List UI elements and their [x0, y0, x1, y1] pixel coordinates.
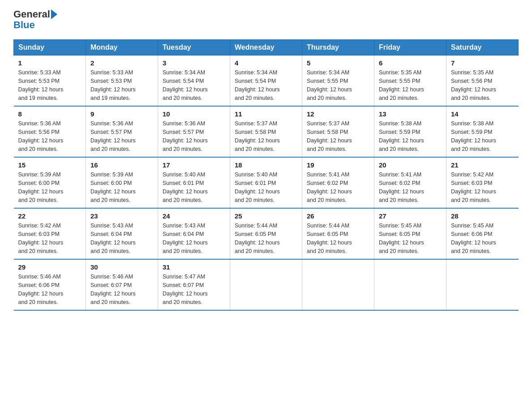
header-cell-tuesday: Tuesday	[158, 40, 230, 56]
calendar-row: 15Sunrise: 5:39 AMSunset: 6:00 PMDayligh…	[14, 157, 519, 208]
calendar-cell: 18Sunrise: 5:40 AMSunset: 6:01 PMDayligh…	[230, 157, 302, 208]
day-number: 22	[18, 212, 82, 220]
calendar-row: 8Sunrise: 5:36 AMSunset: 5:56 PMDaylight…	[14, 106, 519, 157]
day-info: Sunrise: 5:40 AMSunset: 6:01 PMDaylight:…	[163, 171, 225, 204]
day-number: 31	[163, 263, 225, 271]
calendar-row: 22Sunrise: 5:42 AMSunset: 6:03 PMDayligh…	[14, 208, 519, 259]
day-info: Sunrise: 5:38 AMSunset: 5:59 PMDaylight:…	[379, 120, 442, 153]
day-number: 28	[451, 212, 514, 220]
day-number: 18	[235, 161, 297, 169]
day-info: Sunrise: 5:45 AMSunset: 6:06 PMDaylight:…	[451, 222, 514, 255]
day-info: Sunrise: 5:42 AMSunset: 6:03 PMDaylight:…	[18, 222, 82, 255]
day-number: 30	[90, 263, 153, 271]
calendar-cell: 16Sunrise: 5:39 AMSunset: 6:00 PMDayligh…	[86, 157, 158, 208]
calendar-cell: 26Sunrise: 5:44 AMSunset: 6:05 PMDayligh…	[302, 208, 374, 259]
day-info: Sunrise: 5:33 AMSunset: 5:53 PMDaylight:…	[90, 68, 153, 102]
day-number: 8	[18, 110, 82, 118]
day-info: Sunrise: 5:36 AMSunset: 5:56 PMDaylight:…	[18, 120, 82, 153]
day-number: 12	[307, 110, 369, 118]
day-number: 14	[451, 110, 514, 118]
calendar-cell	[374, 259, 446, 310]
calendar-cell: 8Sunrise: 5:36 AMSunset: 5:56 PMDaylight…	[14, 106, 86, 157]
logo-blue-text: Blue	[13, 20, 35, 30]
day-number: 4	[235, 59, 297, 67]
header-cell-monday: Monday	[86, 40, 158, 56]
calendar-body: 1Sunrise: 5:33 AMSunset: 5:53 PMDaylight…	[14, 56, 519, 311]
calendar-cell: 23Sunrise: 5:43 AMSunset: 6:04 PMDayligh…	[86, 208, 158, 259]
day-number: 10	[163, 110, 225, 118]
day-number: 7	[451, 59, 514, 67]
calendar-cell: 24Sunrise: 5:43 AMSunset: 6:04 PMDayligh…	[158, 208, 230, 259]
day-info: Sunrise: 5:37 AMSunset: 5:58 PMDaylight:…	[235, 120, 297, 153]
calendar-table: SundayMondayTuesdayWednesdayThursdayFrid…	[13, 39, 519, 311]
logo-arrow-icon	[51, 9, 57, 19]
day-number: 3	[163, 59, 225, 67]
day-info: Sunrise: 5:33 AMSunset: 5:53 PMDaylight:…	[18, 68, 82, 102]
day-info: Sunrise: 5:35 AMSunset: 5:55 PMDaylight:…	[379, 68, 442, 102]
calendar-cell: 19Sunrise: 5:41 AMSunset: 6:02 PMDayligh…	[302, 157, 374, 208]
calendar-cell: 21Sunrise: 5:42 AMSunset: 6:03 PMDayligh…	[446, 157, 519, 208]
calendar-row: 29Sunrise: 5:46 AMSunset: 6:06 PMDayligh…	[14, 259, 519, 310]
header-cell-sunday: Sunday	[14, 40, 86, 56]
day-number: 2	[90, 59, 153, 67]
day-number: 26	[307, 212, 369, 220]
day-number: 17	[163, 161, 225, 169]
day-info: Sunrise: 5:42 AMSunset: 6:03 PMDaylight:…	[451, 171, 514, 204]
day-number: 21	[451, 161, 514, 169]
calendar-cell	[230, 259, 302, 310]
logo: General Blue	[13, 9, 57, 30]
calendar-cell: 31Sunrise: 5:47 AMSunset: 6:07 PMDayligh…	[158, 259, 230, 310]
day-info: Sunrise: 5:47 AMSunset: 6:07 PMDaylight:…	[163, 273, 225, 306]
logo-line1: General	[13, 9, 57, 20]
calendar-cell: 25Sunrise: 5:44 AMSunset: 6:05 PMDayligh…	[230, 208, 302, 259]
calendar-cell: 29Sunrise: 5:46 AMSunset: 6:06 PMDayligh…	[14, 259, 86, 310]
day-info: Sunrise: 5:46 AMSunset: 6:06 PMDaylight:…	[18, 273, 82, 306]
calendar-row: 1Sunrise: 5:33 AMSunset: 5:53 PMDaylight…	[14, 56, 519, 107]
day-info: Sunrise: 5:43 AMSunset: 6:04 PMDaylight:…	[163, 222, 225, 255]
day-number: 19	[307, 161, 369, 169]
calendar-cell: 17Sunrise: 5:40 AMSunset: 6:01 PMDayligh…	[158, 157, 230, 208]
day-info: Sunrise: 5:46 AMSunset: 6:07 PMDaylight:…	[90, 273, 153, 306]
calendar-cell: 2Sunrise: 5:33 AMSunset: 5:53 PMDaylight…	[86, 56, 158, 107]
calendar-cell: 10Sunrise: 5:36 AMSunset: 5:57 PMDayligh…	[158, 106, 230, 157]
day-info: Sunrise: 5:40 AMSunset: 6:01 PMDaylight:…	[235, 171, 297, 204]
day-number: 27	[379, 212, 442, 220]
calendar-cell: 30Sunrise: 5:46 AMSunset: 6:07 PMDayligh…	[86, 259, 158, 310]
day-info: Sunrise: 5:39 AMSunset: 6:00 PMDaylight:…	[90, 171, 153, 204]
calendar-cell: 3Sunrise: 5:34 AMSunset: 5:54 PMDaylight…	[158, 56, 230, 107]
day-info: Sunrise: 5:38 AMSunset: 5:59 PMDaylight:…	[451, 120, 514, 153]
day-info: Sunrise: 5:34 AMSunset: 5:54 PMDaylight:…	[163, 68, 225, 102]
calendar-cell: 9Sunrise: 5:36 AMSunset: 5:57 PMDaylight…	[86, 106, 158, 157]
header-cell-saturday: Saturday	[446, 40, 519, 56]
day-number: 25	[235, 212, 297, 220]
day-info: Sunrise: 5:39 AMSunset: 6:00 PMDaylight:…	[18, 171, 82, 204]
day-number: 24	[163, 212, 225, 220]
day-info: Sunrise: 5:34 AMSunset: 5:55 PMDaylight:…	[307, 68, 369, 102]
day-info: Sunrise: 5:44 AMSunset: 6:05 PMDaylight:…	[307, 222, 369, 255]
day-info: Sunrise: 5:34 AMSunset: 5:54 PMDaylight:…	[235, 68, 297, 102]
header-cell-friday: Friday	[374, 40, 446, 56]
page-header: General Blue	[13, 9, 519, 30]
day-number: 1	[18, 59, 82, 67]
calendar-cell: 22Sunrise: 5:42 AMSunset: 6:03 PMDayligh…	[14, 208, 86, 259]
logo-general-text: General	[13, 9, 50, 20]
day-number: 16	[90, 161, 153, 169]
calendar-cell: 4Sunrise: 5:34 AMSunset: 5:54 PMDaylight…	[230, 56, 302, 107]
calendar-cell: 27Sunrise: 5:45 AMSunset: 6:05 PMDayligh…	[374, 208, 446, 259]
day-info: Sunrise: 5:35 AMSunset: 5:56 PMDaylight:…	[451, 68, 514, 102]
day-number: 6	[379, 59, 442, 67]
day-number: 11	[235, 110, 297, 118]
day-info: Sunrise: 5:41 AMSunset: 6:02 PMDaylight:…	[307, 171, 369, 204]
calendar-cell: 6Sunrise: 5:35 AMSunset: 5:55 PMDaylight…	[374, 56, 446, 107]
day-number: 5	[307, 59, 369, 67]
day-info: Sunrise: 5:45 AMSunset: 6:05 PMDaylight:…	[379, 222, 442, 255]
calendar-cell: 7Sunrise: 5:35 AMSunset: 5:56 PMDaylight…	[446, 56, 519, 107]
calendar-cell: 13Sunrise: 5:38 AMSunset: 5:59 PMDayligh…	[374, 106, 446, 157]
day-number: 29	[18, 263, 82, 271]
calendar-cell: 12Sunrise: 5:37 AMSunset: 5:58 PMDayligh…	[302, 106, 374, 157]
calendar-cell: 15Sunrise: 5:39 AMSunset: 6:00 PMDayligh…	[14, 157, 86, 208]
calendar-cell: 14Sunrise: 5:38 AMSunset: 5:59 PMDayligh…	[446, 106, 519, 157]
day-number: 20	[379, 161, 442, 169]
day-info: Sunrise: 5:41 AMSunset: 6:02 PMDaylight:…	[379, 171, 442, 204]
calendar-header: SundayMondayTuesdayWednesdayThursdayFrid…	[14, 40, 519, 56]
